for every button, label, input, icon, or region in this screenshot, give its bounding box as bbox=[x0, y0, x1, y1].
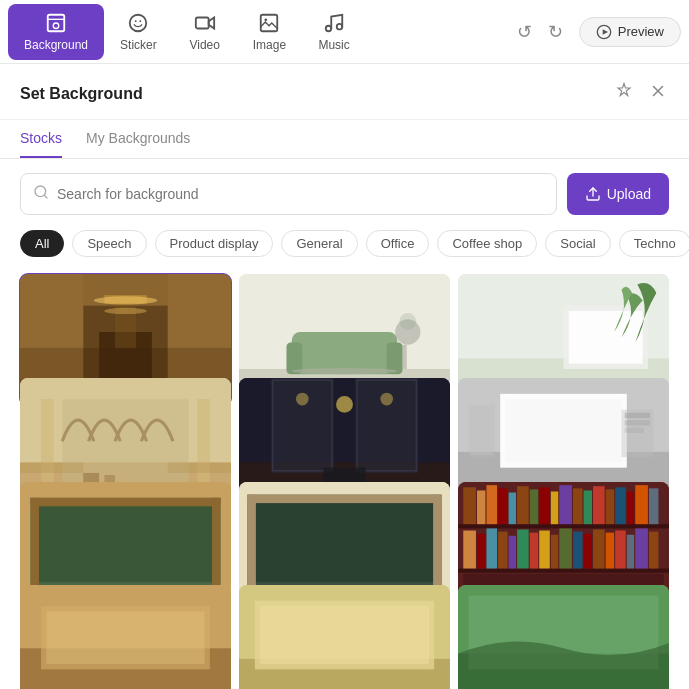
svg-rect-97 bbox=[530, 489, 538, 524]
toolbar-item-background-label: Background bbox=[24, 38, 88, 52]
svg-point-58 bbox=[296, 393, 309, 406]
svg-rect-93 bbox=[486, 485, 497, 524]
svg-rect-53 bbox=[271, 378, 334, 473]
svg-point-59 bbox=[380, 393, 393, 406]
svg-rect-8 bbox=[261, 14, 278, 31]
svg-rect-120 bbox=[584, 533, 592, 568]
svg-rect-108 bbox=[649, 488, 658, 524]
svg-rect-86 bbox=[433, 494, 441, 587]
svg-rect-111 bbox=[486, 528, 497, 568]
close-button[interactable] bbox=[647, 80, 669, 107]
category-coffee-shop[interactable]: Coffee shop bbox=[437, 230, 537, 257]
category-product-display[interactable]: Product display bbox=[155, 230, 274, 257]
svg-rect-7 bbox=[196, 17, 209, 28]
svg-rect-110 bbox=[477, 533, 485, 568]
sticker-icon bbox=[127, 12, 149, 34]
toolbar-item-sticker[interactable]: Sticker bbox=[104, 4, 173, 60]
svg-line-17 bbox=[44, 195, 47, 198]
svg-rect-131 bbox=[46, 612, 204, 665]
svg-point-11 bbox=[337, 23, 343, 28]
redo-button[interactable]: ↻ bbox=[544, 17, 567, 47]
svg-rect-48 bbox=[168, 462, 231, 473]
svg-rect-90 bbox=[458, 568, 669, 572]
svg-rect-115 bbox=[530, 532, 538, 568]
toolbar-item-image-label: Image bbox=[253, 38, 286, 52]
svg-rect-123 bbox=[615, 530, 626, 568]
set-background-panel: Set Background Stocks My Backgrounds bbox=[0, 64, 689, 689]
search-input[interactable] bbox=[57, 186, 544, 202]
svg-rect-126 bbox=[649, 531, 658, 568]
panel-header: Set Background bbox=[0, 64, 689, 120]
svg-rect-113 bbox=[509, 535, 516, 568]
background-image-10[interactable] bbox=[20, 585, 231, 689]
category-social[interactable]: Social bbox=[545, 230, 610, 257]
svg-rect-96 bbox=[517, 486, 529, 524]
categories: All Speech Product display General Offic… bbox=[0, 229, 689, 270]
close-icon bbox=[649, 82, 667, 100]
preview-icon bbox=[596, 24, 612, 40]
svg-rect-92 bbox=[477, 490, 485, 524]
svg-rect-25 bbox=[20, 274, 83, 380]
tab-stocks[interactable]: Stocks bbox=[20, 120, 62, 158]
preview-label: Preview bbox=[618, 24, 664, 39]
svg-rect-26 bbox=[168, 274, 231, 380]
svg-rect-125 bbox=[635, 528, 648, 568]
svg-point-4 bbox=[130, 14, 147, 31]
svg-rect-103 bbox=[593, 486, 605, 524]
preview-button[interactable]: Preview bbox=[579, 17, 681, 47]
tabs: Stocks My Backgrounds bbox=[0, 120, 689, 159]
music-icon bbox=[323, 12, 345, 34]
svg-point-10 bbox=[326, 25, 332, 31]
image-icon bbox=[258, 12, 280, 34]
svg-rect-68 bbox=[625, 427, 644, 432]
svg-point-28 bbox=[104, 308, 146, 314]
svg-rect-89 bbox=[458, 524, 669, 528]
upload-label: Upload bbox=[607, 186, 651, 202]
search-row: Upload bbox=[0, 159, 689, 229]
svg-point-27 bbox=[94, 296, 157, 304]
upload-button[interactable]: Upload bbox=[567, 173, 669, 215]
background-image-12[interactable] bbox=[458, 585, 669, 689]
undo-redo-group: ↺ ↻ bbox=[513, 17, 567, 47]
svg-rect-104 bbox=[606, 489, 614, 524]
tab-my-backgrounds[interactable]: My Backgrounds bbox=[86, 120, 190, 158]
svg-rect-99 bbox=[551, 491, 558, 524]
undo-button[interactable]: ↺ bbox=[513, 17, 536, 47]
category-general[interactable]: General bbox=[281, 230, 357, 257]
category-techno[interactable]: Techno bbox=[619, 230, 689, 257]
svg-rect-66 bbox=[625, 413, 650, 418]
svg-rect-35 bbox=[403, 345, 407, 369]
svg-rect-114 bbox=[517, 529, 529, 568]
toolbar-item-video[interactable]: Video bbox=[173, 4, 237, 60]
svg-rect-77 bbox=[31, 497, 39, 587]
search-box[interactable] bbox=[20, 173, 557, 215]
svg-rect-67 bbox=[625, 420, 650, 425]
svg-point-5 bbox=[135, 20, 137, 22]
svg-rect-76 bbox=[31, 497, 221, 505]
svg-rect-118 bbox=[559, 528, 572, 568]
svg-rect-41 bbox=[569, 311, 643, 364]
svg-marker-13 bbox=[602, 29, 607, 34]
svg-point-6 bbox=[140, 20, 142, 22]
pin-button[interactable] bbox=[613, 80, 635, 107]
svg-point-9 bbox=[265, 18, 268, 21]
svg-rect-85 bbox=[247, 494, 255, 587]
toolbar-item-background[interactable]: Background bbox=[8, 4, 104, 60]
svg-rect-116 bbox=[539, 530, 550, 568]
svg-rect-54 bbox=[355, 378, 418, 473]
toolbar-item-music[interactable]: Music bbox=[302, 4, 366, 60]
category-speech[interactable]: Speech bbox=[72, 230, 146, 257]
svg-rect-95 bbox=[509, 492, 516, 524]
svg-rect-122 bbox=[606, 532, 614, 568]
svg-rect-94 bbox=[498, 488, 507, 524]
toolbar: Background Sticker Video Image M bbox=[0, 0, 689, 64]
background-image-11[interactable] bbox=[239, 585, 450, 689]
svg-rect-105 bbox=[615, 487, 626, 524]
background-icon bbox=[45, 12, 67, 34]
category-office[interactable]: Office bbox=[366, 230, 430, 257]
toolbar-item-image[interactable]: Image bbox=[237, 4, 302, 60]
svg-rect-109 bbox=[463, 530, 476, 568]
panel-title: Set Background bbox=[20, 85, 143, 103]
svg-point-36 bbox=[399, 313, 416, 330]
category-all[interactable]: All bbox=[20, 230, 64, 257]
